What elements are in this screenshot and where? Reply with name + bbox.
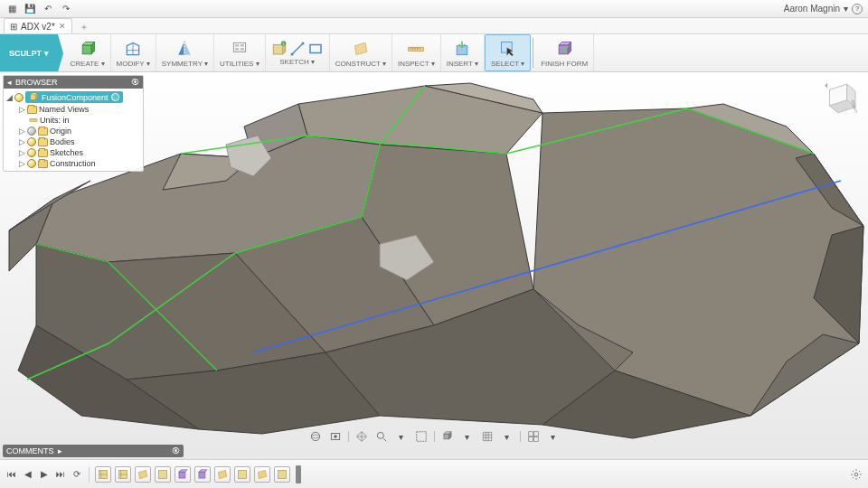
- expand-icon[interactable]: ▷: [18, 105, 25, 114]
- ribbon-toolbar: SCULPT ▾ CREATE ▾ MODIFY ▾ SYMMETRY ▾ UT…: [0, 34, 868, 72]
- timeline-bar: ⏮ ◀ ▶ ⏭ ⟳: [0, 459, 868, 488]
- svg-rect-79: [528, 432, 533, 436]
- expand-icon[interactable]: ▷: [18, 137, 25, 146]
- comments-expand-icon[interactable]: ▸: [58, 446, 62, 455]
- close-tab-icon[interactable]: ✕: [59, 22, 66, 31]
- tree-root-row[interactable]: ◢ FusionComponent ⦾: [5, 90, 141, 104]
- timeline-feature-sketch[interactable]: [155, 466, 171, 483]
- fit-icon[interactable]: [414, 429, 429, 444]
- sketch-rect-icon[interactable]: [307, 41, 324, 57]
- ribbon-group-inspect[interactable]: INSPECT ▾: [392, 34, 441, 71]
- workspace-viewport[interactable]: RIGHT ◂ BROWSER ⦿ ◢ FusionComponent ⦾ ▷: [0, 72, 868, 459]
- grid-icon[interactable]: [480, 429, 495, 444]
- timeline-settings-icon[interactable]: [850, 468, 863, 481]
- component-options-icon[interactable]: ⦾: [111, 93, 119, 101]
- user-dropdown-icon[interactable]: ▾: [844, 4, 848, 14]
- ribbon-group-modify[interactable]: MODIFY ▾: [111, 34, 156, 71]
- save-icon[interactable]: 💾: [24, 3, 36, 15]
- tree-label: Named Views: [39, 105, 89, 114]
- grid-dropdown-icon[interactable]: ▾: [500, 429, 514, 444]
- tree-label: Sketches: [50, 148, 83, 157]
- timeline-feature-form[interactable]: [175, 466, 191, 483]
- tree-row-sketches[interactable]: ▷ Sketches: [5, 147, 141, 158]
- file-tab-active[interactable]: ⊞ ADX v2* ✕: [4, 18, 72, 33]
- visibility-bulb-icon[interactable]: [27, 148, 36, 157]
- sketch-line-icon[interactable]: [289, 41, 306, 57]
- sketch-create-icon[interactable]: +: [271, 41, 288, 57]
- svg-rect-91: [179, 472, 185, 478]
- folder-icon: [27, 106, 37, 114]
- comments-panel-header[interactable]: COMMENTS ▸ ⦿: [3, 445, 184, 457]
- display-dropdown-icon[interactable]: ▾: [460, 429, 475, 444]
- tree-row-named-views[interactable]: ▷ Named Views: [5, 104, 141, 115]
- app-menu-icon[interactable]: ▦: [5, 3, 18, 15]
- look-at-icon[interactable]: [328, 429, 343, 444]
- timeline-feature-plane[interactable]: [214, 466, 231, 483]
- timeline-feature-plane[interactable]: [254, 466, 270, 483]
- file-tab-icon: ⊞: [10, 22, 17, 32]
- visibility-bulb-icon[interactable]: [27, 159, 36, 168]
- browser-collapse-icon[interactable]: ◂: [7, 78, 12, 87]
- symmetry-icon: [175, 39, 194, 59]
- ribbon-group-select[interactable]: SELECT ▾: [485, 34, 531, 71]
- ribbon-group-create[interactable]: CREATE ▾: [65, 34, 111, 71]
- utilities-icon: [230, 39, 250, 59]
- timeline-feature-sketch[interactable]: [234, 466, 250, 483]
- timeline-feature-form[interactable]: [194, 466, 211, 483]
- timeline-start-icon[interactable]: ⏮: [5, 468, 18, 481]
- svg-point-72: [334, 435, 337, 438]
- expand-icon[interactable]: ▷: [18, 159, 25, 168]
- svg-rect-11: [235, 48, 239, 51]
- zoom-icon[interactable]: [374, 429, 389, 444]
- workspace-label: SCULPT ▾: [9, 49, 49, 58]
- svg-marker-6: [185, 42, 191, 54]
- pan-icon[interactable]: [354, 429, 369, 444]
- browser-pin-icon[interactable]: ⦿: [131, 78, 139, 87]
- viewport-dropdown-icon[interactable]: ▾: [546, 429, 561, 444]
- visibility-bulb-icon[interactable]: [27, 137, 36, 146]
- ribbon-group-construct[interactable]: CONSTRUCT ▾: [330, 34, 392, 71]
- orbit-icon[interactable]: [308, 429, 323, 444]
- timeline-marker[interactable]: [296, 465, 301, 483]
- timeline-feature-plane[interactable]: [135, 466, 151, 483]
- user-name[interactable]: Aaron Magnin: [784, 4, 840, 14]
- ribbon-group-sketch[interactable]: + SKETCH ▾: [266, 34, 330, 71]
- svg-rect-19: [310, 44, 321, 52]
- browser-header[interactable]: ◂ BROWSER ⦿: [4, 76, 143, 89]
- undo-icon[interactable]: ↶: [42, 3, 54, 15]
- visibility-bulb-icon[interactable]: [14, 93, 24, 102]
- timeline-forward-icon[interactable]: ▶: [38, 468, 51, 481]
- workspace-switcher[interactable]: SCULPT ▾: [0, 34, 58, 71]
- new-tab-button[interactable]: ＋: [76, 21, 92, 33]
- timeline-feature-sketch[interactable]: [274, 466, 290, 483]
- tree-row-construction[interactable]: ▷ Construction: [5, 158, 141, 169]
- folder-icon: [38, 160, 48, 168]
- tree-row-origin[interactable]: ▷ Origin: [5, 126, 141, 136]
- timeline-end-icon[interactable]: ⏭: [54, 468, 67, 481]
- expand-icon[interactable]: ◢: [5, 93, 13, 102]
- help-icon[interactable]: ?: [852, 4, 863, 14]
- timeline-play-icon[interactable]: ⟳: [71, 468, 83, 481]
- timeline-back-icon[interactable]: ◀: [22, 468, 34, 481]
- viewcube[interactable]: RIGHT: [819, 76, 861, 117]
- file-tab-label: ADX v2*: [21, 22, 55, 32]
- timeline-feature-sketch[interactable]: [95, 466, 111, 483]
- ribbon-group-insert[interactable]: INSERT ▾: [441, 34, 485, 71]
- tree-row-bodies[interactable]: ▷ Bodies: [5, 136, 141, 147]
- tree-label: Bodies: [50, 137, 75, 146]
- comments-pin-icon[interactable]: ⦿: [172, 446, 180, 455]
- display-style-icon[interactable]: [440, 429, 455, 444]
- viewport-icon[interactable]: [526, 429, 541, 444]
- ribbon-finish-form[interactable]: FINISH FORM: [535, 34, 594, 71]
- visibility-bulb-icon[interactable]: [27, 127, 36, 136]
- zoom-window-icon[interactable]: ▾: [394, 429, 409, 444]
- svg-rect-81: [528, 437, 533, 442]
- expand-icon[interactable]: ▷: [18, 148, 25, 157]
- ribbon-group-utilities[interactable]: UTILITIES ▾: [214, 34, 266, 71]
- ribbon-group-symmetry[interactable]: SYMMETRY ▾: [156, 34, 214, 71]
- redo-icon[interactable]: ↷: [60, 3, 72, 15]
- tree-row-units[interactable]: Units: in: [5, 115, 141, 126]
- expand-icon[interactable]: ▷: [18, 127, 25, 136]
- finish-form-icon: [554, 39, 574, 59]
- timeline-feature-sketch[interactable]: [115, 466, 131, 483]
